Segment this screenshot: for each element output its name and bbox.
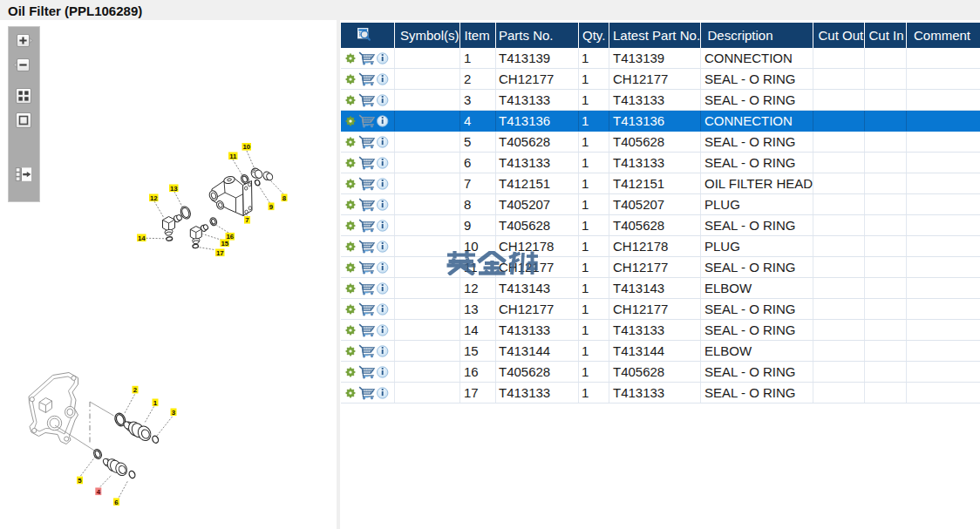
svg-text:6: 6 bbox=[114, 498, 119, 506]
svg-text:4: 4 bbox=[97, 488, 101, 496]
svg-text:13: 13 bbox=[170, 185, 178, 193]
svg-text:9: 9 bbox=[269, 203, 274, 211]
svg-text:1: 1 bbox=[153, 399, 158, 407]
svg-text:8: 8 bbox=[282, 194, 287, 202]
svg-text:12: 12 bbox=[150, 194, 158, 202]
svg-text:2: 2 bbox=[133, 386, 138, 394]
svg-text:14: 14 bbox=[138, 234, 146, 242]
svg-text:5: 5 bbox=[78, 477, 82, 485]
svg-text:17: 17 bbox=[216, 249, 224, 257]
svg-text:10: 10 bbox=[242, 143, 250, 151]
svg-text:11: 11 bbox=[229, 153, 237, 160]
svg-text:15: 15 bbox=[221, 240, 228, 248]
svg-text:3: 3 bbox=[172, 409, 176, 417]
svg-text:7: 7 bbox=[245, 216, 248, 224]
